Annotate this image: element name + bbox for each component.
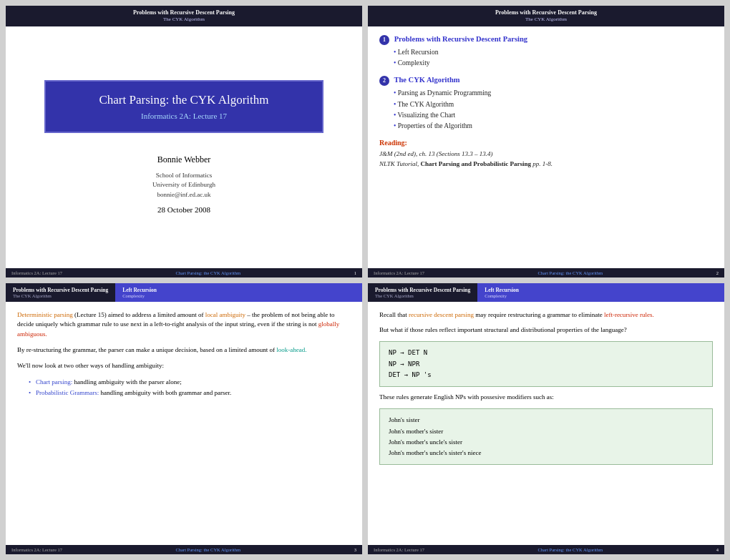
footer-left: Informatics 2A: Lecture 17 — [374, 547, 424, 552]
text-leftrec: left-recursive rules. — [604, 311, 654, 318]
paragraph-3: We'll now look at two other ways of hand… — [17, 361, 351, 371]
slide-4-footer: Informatics 2A: Lecture 17 Chart Parsing… — [368, 545, 724, 554]
footer-center: Chart Parsing: the CYK Algorithm — [538, 270, 603, 275]
author-section: Bonnie Webber School of Informatics Univ… — [152, 154, 215, 215]
slide-2-header-subtitle: The CYK Algorithm — [525, 16, 567, 24]
header-left-title: Problems with Recursive Descent Parsing — [13, 287, 108, 293]
slide-3-footer: Informatics 2A: Lecture 17 Chart Parsing… — [6, 545, 362, 554]
slide-1-content: Chart Parsing: the CYK Algorithm Informa… — [6, 26, 362, 268]
footer-left: Informatics 2A: Lecture 17 — [11, 270, 62, 275]
slide-4-content: Recall that recursive descent parsing ma… — [368, 302, 724, 546]
outline-items-2: Parsing as Dynamic Programming The CYK A… — [394, 88, 713, 132]
example-4: John's mother's uncle's sister's niece — [389, 449, 481, 456]
paragraph-1: Recall that recursive descent parsing ma… — [379, 310, 713, 320]
slide-3-header: Problems with Recursive Descent Parsing … — [6, 283, 362, 302]
slide-3: Problems with Recursive Descent Parsing … — [6, 283, 362, 555]
outline-num-2: 2 — [379, 76, 389, 86]
header-right-title: Left Recursion — [122, 287, 355, 293]
header-left-title: Problems with Recursive Descent Parsing — [375, 287, 470, 293]
example-2: John's mother's sister — [389, 428, 443, 435]
slide-1-header-subtitle: The CYK Algorithm — [163, 16, 205, 24]
example-1: John's sister — [389, 416, 419, 423]
example-box: John's sister John's mother's sister Joh… — [379, 408, 713, 465]
header-right-sub: Complexity — [122, 293, 355, 298]
slide-4-header: Problems with Recursive Descent Parsing … — [368, 283, 724, 302]
reading-line2: NLTK Tutorial, Chart Parsing and Probabi… — [379, 160, 553, 167]
grammar-line-3: DET → NP 's — [389, 371, 432, 378]
text-local-ambiguity: local ambiguity — [205, 311, 245, 318]
text-p2-start: By re-structuring the grammar, the parse… — [17, 346, 276, 353]
outline-items-1: Left Recursion Complexity — [394, 47, 713, 69]
bullet-list: Chart parsing: handling ambiguity with t… — [29, 377, 351, 398]
outline-num-1: 1 — [379, 35, 389, 45]
header-left-sub: The CYK Algorithm — [375, 293, 470, 298]
slide-2: Problems with Recursive Descent Parsing … — [368, 6, 724, 277]
header-right-title: Left Recursion — [485, 287, 717, 293]
affil-line3: bonnie@inf.ed.ac.uk — [157, 191, 210, 198]
grammar-line-2: NP → NPR — [389, 360, 419, 368]
footer-center: Chart Parsing: the CYK Algorithm — [538, 547, 603, 552]
slide-1-header-title: Problems with Recursive Descent Parsing — [133, 9, 235, 16]
grammar-box: NP → DET N NP → NPR DET → NP 's — [379, 341, 713, 387]
slide-2-content: 1 Problems with Recursive Descent Parsin… — [368, 26, 724, 268]
author-affiliation: School of Informatics University of Edin… — [152, 171, 215, 200]
example-3: John's mother's uncle's sister — [389, 438, 462, 446]
bullet-item-1: Chart parsing: handling ambiguity with t… — [29, 377, 351, 387]
author-name: Bonnie Webber — [152, 154, 215, 165]
title-box: Chart Parsing: the CYK Algorithm Informa… — [44, 80, 323, 133]
paragraph-3: These rules generate English NPs with po… — [379, 393, 713, 403]
bullet1-rest: handling ambiguity with the parser alone… — [74, 378, 182, 385]
slide-2-header-title: Problems with Recursive Descent Parsing — [495, 9, 597, 16]
bullet1-label: Chart parsing: — [36, 378, 72, 385]
text-p1-mid: (Lecture 15) aimed to address a limited … — [74, 311, 205, 318]
bullet2-rest: handling ambiguity with both grammar and… — [100, 389, 231, 396]
outline-item: Complexity — [394, 58, 713, 69]
header-right: Left Recursion Complexity — [477, 283, 724, 302]
footer-num: 3 — [354, 547, 356, 552]
reading-line1: J&M (2nd ed), ch. 13 (Sections 13.3 – 13… — [379, 150, 492, 157]
paragraph-1: Deterministic parsing (Lecture 15) aimed… — [17, 310, 351, 340]
slide-2-footer: Informatics 2A: Lecture 17 Chart Parsing… — [368, 268, 724, 277]
footer-left: Informatics 2A: Lecture 17 — [374, 270, 424, 275]
paragraph-2: But what if those rules reflect importan… — [379, 325, 713, 335]
outline-label-2: The CYK Algorithm — [394, 76, 459, 84]
text-recall: Recall that — [379, 311, 409, 318]
slide-3-content: Deterministic parsing (Lecture 15) aimed… — [6, 302, 362, 546]
text-p1-rest: may require restructuring a grammar to e… — [475, 311, 604, 318]
header-left: Problems with Recursive Descent Parsing … — [368, 283, 477, 302]
slide-1-header: Problems with Recursive Descent Parsing … — [6, 6, 362, 26]
grammar-line-1: NP → DET N — [389, 349, 427, 356]
slide-1-sub-title: Informatics 2A: Lecture 17 — [63, 112, 304, 120]
outline-item: The CYK Algorithm — [394, 99, 713, 110]
slide-4: Problems with Recursive Descent Parsing … — [368, 283, 724, 555]
outline-item: Properties of the Algorithm — [394, 121, 713, 132]
footer-center: Chart Parsing: the CYK Algorithm — [176, 547, 241, 552]
footer-num: 4 — [716, 547, 719, 552]
affil-line1: School of Informatics — [156, 172, 212, 179]
outline-item: Parsing as Dynamic Programming — [394, 88, 713, 99]
footer-center: Chart Parsing: the CYK Algorithm — [176, 270, 241, 275]
outline-section-1: 1 Problems with Recursive Descent Parsin… — [379, 35, 713, 69]
author-date: 28 October 2008 — [152, 205, 215, 214]
header-right: Left Recursion Complexity — [115, 283, 362, 302]
slide-1-footer: Informatics 2A: Lecture 17 Chart Parsing… — [6, 268, 362, 277]
outline-item: Visualizing the Chart — [394, 110, 713, 121]
outline-item: Left Recursion — [394, 47, 713, 58]
footer-num: 2 — [716, 270, 719, 275]
outline-heading-2: 2 The CYK Algorithm — [379, 76, 713, 86]
bullet2-label: Probabilistic Grammars: — [36, 389, 99, 396]
reading-section: Reading: J&M (2nd ed), ch. 13 (Sections … — [379, 139, 713, 169]
outline-section-2: 2 The CYK Algorithm Parsing as Dynamic P… — [379, 76, 713, 132]
text-recdesc: recursive descent parsing — [409, 311, 474, 318]
slide-1-main-title: Chart Parsing: the CYK Algorithm — [63, 93, 304, 107]
footer-num: 1 — [354, 270, 356, 275]
text-deterministic: Deterministic parsing — [17, 311, 73, 318]
text-lookahead: look-ahead. — [276, 346, 306, 353]
footer-left: Informatics 2A: Lecture 17 — [11, 547, 62, 552]
affil-line2: University of Edinburgh — [152, 181, 215, 188]
header-left: Problems with Recursive Descent Parsing … — [6, 283, 115, 302]
outline-label-1: Problems with Recursive Descent Parsing — [394, 35, 527, 43]
outline-heading-1: 1 Problems with Recursive Descent Parsin… — [379, 35, 713, 45]
reading-label: Reading: — [379, 139, 713, 147]
header-right-sub: Complexity — [485, 293, 717, 298]
